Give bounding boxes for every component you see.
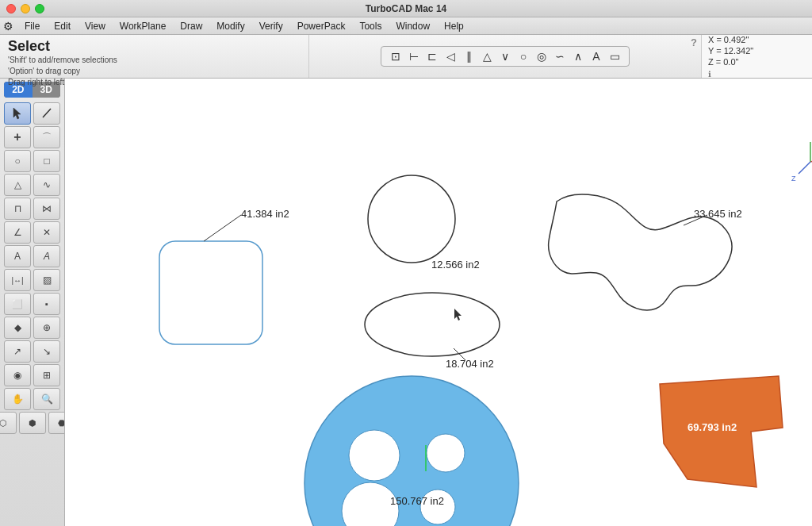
cursor-indicator bbox=[454, 309, 462, 321]
squiggle-tool-btn[interactable]: ∿ bbox=[33, 174, 60, 196]
toolbar: Select 'Shift' to add/remove selections … bbox=[0, 35, 812, 79]
text-tool-btn[interactable]: A bbox=[4, 245, 31, 267]
slant-text-btn[interactable]: A bbox=[33, 245, 60, 267]
sidebar-row-2: + ⌒ bbox=[4, 126, 60, 148]
drawing-toolbar-inner: ⊡ ⊢ ⊏ ◁ ‖ △ ∨ ○ ◎ ∽ ∧ A ▭ bbox=[381, 46, 630, 67]
arc-tool-btn[interactable]: ⌒ bbox=[33, 126, 60, 148]
plus-tool-btn[interactable]: + bbox=[4, 126, 31, 148]
menu-item-help[interactable]: Help bbox=[438, 19, 470, 33]
menu-item-edit[interactable]: Edit bbox=[48, 19, 77, 33]
rect2-tool-btn[interactable]: ⊓ bbox=[4, 198, 31, 220]
poly-tool-btn[interactable]: △ bbox=[4, 174, 31, 196]
sidebar-row-select bbox=[4, 102, 60, 125]
svg-marker-0 bbox=[13, 108, 21, 119]
3dbox-tool-btn[interactable]: ⬜ bbox=[4, 293, 31, 315]
coord-x: X = 0.492" bbox=[708, 35, 806, 44]
coordinates-panel: X = 0.492" Y = 12.342" Z = 0.0" ℹ bbox=[701, 35, 812, 78]
close-button[interactable] bbox=[6, 4, 16, 13]
rounded-rect-shape bbox=[159, 241, 262, 344]
main-area: 2D 3D + ⌒ ○ □ △ ∿ ⊓ ⋈ bbox=[0, 79, 812, 526]
pencil-tool-btn[interactable] bbox=[33, 102, 60, 125]
select-tool-btn[interactable] bbox=[4, 102, 31, 125]
dim-tool-btn[interactable]: |↔| bbox=[4, 269, 31, 291]
sidebar-row-5: ⊓ ⋈ bbox=[4, 198, 60, 220]
ellipse-shape bbox=[365, 293, 500, 356]
dtool-9[interactable]: ◎ bbox=[534, 50, 550, 63]
cube-outline-btn[interactable]: ⬡ bbox=[0, 412, 17, 434]
angle-tool-btn[interactable]: ∠ bbox=[4, 221, 31, 244]
sidebar-row-7: A A bbox=[4, 245, 60, 267]
label-rounded-rect: 41.384 in2 bbox=[241, 208, 289, 220]
dtool-8[interactable]: ○ bbox=[515, 50, 531, 63]
menu-item-file[interactable]: File bbox=[18, 19, 46, 33]
sidebar-row-14: ⬡ ⬢ ⬣ bbox=[0, 412, 65, 434]
dtool-10[interactable]: ∽ bbox=[552, 50, 568, 63]
hole-2 bbox=[427, 434, 465, 472]
dtool-12[interactable]: A bbox=[588, 50, 604, 63]
sidebar-row-13: ✋ 🔍 bbox=[4, 388, 60, 410]
menu-item-modify[interactable]: Modify bbox=[210, 19, 251, 33]
cursor-icon bbox=[10, 106, 25, 121]
arrow2-btn[interactable]: ↘ bbox=[33, 340, 60, 363]
minimize-button[interactable] bbox=[21, 4, 30, 13]
dtool-1[interactable]: ⊡ bbox=[388, 50, 404, 63]
svg-text:Z: Z bbox=[791, 175, 796, 182]
menu-item-view[interactable]: View bbox=[79, 19, 112, 33]
dtool-6[interactable]: △ bbox=[479, 50, 495, 63]
dtool-13[interactable]: ▭ bbox=[607, 50, 622, 63]
sidebar-row-10: ◆ ⊕ bbox=[4, 317, 60, 339]
sidebar-row-3: ○ □ bbox=[4, 150, 60, 172]
cube-dots-btn[interactable]: ⬣ bbox=[48, 412, 66, 434]
cube-lines-btn[interactable]: ⬢ bbox=[19, 412, 46, 434]
window-title: TurboCAD Mac 14 bbox=[6, 3, 806, 14]
sidebar-row-6: ∠ ✕ bbox=[4, 221, 60, 244]
label-orange: 69.793 in2 bbox=[688, 421, 737, 433]
coord-info-icon: ℹ bbox=[708, 70, 806, 79]
arrow1-btn[interactable]: ↗ bbox=[4, 340, 31, 363]
eye-btn[interactable]: ◉ bbox=[4, 364, 31, 386]
rect-tool-btn[interactable]: □ bbox=[33, 150, 60, 172]
dtool-2[interactable]: ⊢ bbox=[406, 50, 422, 63]
grid-btn[interactable]: ⊞ bbox=[33, 364, 60, 386]
sidebar-row-12: ◉ ⊞ bbox=[4, 364, 60, 386]
zigzag-tool-btn[interactable]: ⋈ bbox=[33, 198, 60, 220]
menu-item-workplane[interactable]: WorkPlane bbox=[113, 19, 172, 33]
menu-item-tools[interactable]: Tools bbox=[353, 19, 388, 33]
drawing-canvas[interactable]: X Y Z bbox=[65, 79, 812, 526]
label-ellipse: 18.704 in2 bbox=[446, 358, 494, 370]
tool-title: Select bbox=[8, 38, 301, 55]
menu-item-powerpack[interactable]: PowerPack bbox=[291, 19, 352, 33]
sidebar-row-9: ⬜ ▪ bbox=[4, 293, 60, 315]
maximize-button[interactable] bbox=[35, 4, 44, 13]
dtool-3[interactable]: ⊏ bbox=[424, 50, 440, 63]
dtool-4[interactable]: ◁ bbox=[442, 50, 458, 63]
oval-tool-btn[interactable]: ○ bbox=[4, 150, 31, 172]
window-controls[interactable] bbox=[6, 4, 44, 13]
canvas-area[interactable]: X Y Z 41.384 in2 12.566 in2 33.645 in2 1… bbox=[65, 79, 812, 526]
leader-line-1 bbox=[204, 215, 241, 241]
dtool-7[interactable]: ∨ bbox=[497, 50, 513, 63]
menu-item-window[interactable]: Window bbox=[389, 19, 436, 33]
menu-item-draw[interactable]: Draw bbox=[174, 19, 209, 33]
titlebar: TurboCAD Mac 14 bbox=[0, 0, 812, 17]
label-top-circle: 12.566 in2 bbox=[431, 259, 480, 271]
diamond-tool-btn[interactable]: ◆ bbox=[4, 317, 31, 339]
drawing-toolbar: ⊡ ⊢ ⊏ ◁ ‖ △ ∨ ○ ◎ ∽ ∧ A ▭ ? bbox=[309, 35, 701, 78]
help-question-mark[interactable]: ? bbox=[691, 36, 697, 48]
svg-line-5 bbox=[799, 162, 810, 174]
sidebar-row-11: ↗ ↘ bbox=[4, 340, 60, 363]
zoom-btn[interactable]: 🔍 bbox=[33, 388, 60, 410]
x-tool-btn[interactable]: ✕ bbox=[33, 221, 60, 244]
svg-line-1 bbox=[43, 109, 51, 117]
axis-indicator: X Y Z bbox=[791, 135, 812, 182]
dtool-5[interactable]: ‖ bbox=[461, 50, 477, 63]
3dcube-tool-btn[interactable]: ▪ bbox=[33, 293, 60, 315]
pencil-icon bbox=[40, 106, 54, 121]
hatch-tool-btn[interactable]: ▨ bbox=[33, 269, 60, 291]
globe-tool-btn[interactable]: ⊕ bbox=[33, 317, 60, 339]
menu-item-verify[interactable]: Verify bbox=[253, 19, 289, 33]
hand-btn[interactable]: ✋ bbox=[4, 388, 31, 410]
dtool-11[interactable]: ∧ bbox=[570, 50, 586, 63]
app-icon: ⚙ bbox=[3, 20, 13, 33]
label-irregular: 33.645 in2 bbox=[694, 208, 742, 220]
